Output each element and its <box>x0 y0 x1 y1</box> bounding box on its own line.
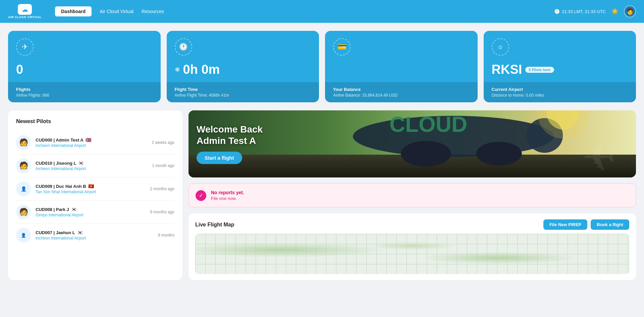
pilot-item-cud008: 🧑 CUD008 | Park J 🇰🇷 Gimpo International… <box>16 201 174 224</box>
pilot-item-cud007: 👤 CUD007 | Jaehun L 🇰🇷 Incheon Internati… <box>16 224 174 247</box>
flight-time-icon-wrap: 🕐 <box>175 38 192 56</box>
start-flight-button[interactable]: Start a flight <box>197 152 242 164</box>
balance-label: Your Balance <box>333 87 470 92</box>
pirep-subtitle[interactable]: File one now. <box>211 196 244 201</box>
pilot-airport-cud010: Incheon International Airport <box>36 166 147 171</box>
navbar: ☁ AIR CLOUD VIRTUAL Dashboard Air Cloud … <box>0 0 644 23</box>
pilot-avatar-cud000: 🧑 <box>16 135 31 150</box>
check-icon: ✓ <box>199 192 203 199</box>
pilot-time-cud008: 9 months ago <box>150 210 174 214</box>
pilot-info-cud000: CUD000 | Admin Test A 🇬🇧 Incheon Interna… <box>36 137 147 148</box>
pilot-avatar-cud010: 🧑 <box>16 158 31 173</box>
flight-time-value: ❄ 0h 0m <box>175 62 311 77</box>
pilot-flag-cud008: 🇰🇷 <box>71 207 77 212</box>
welcome-title: Welcome Back Admin Test A <box>197 124 263 146</box>
clock-card-icon: 🕐 <box>179 43 188 51</box>
pilot-time-cud010: 1 month ago <box>152 163 174 168</box>
airport-label: Current Airport <box>492 87 628 92</box>
welcome-banner: CLOUD Welcome Back Admin Test A Start a … <box>189 110 636 177</box>
pilot-time-cud000: 2 weeks ago <box>152 140 174 145</box>
pilot-name-cud008: CUD008 | Park J 🇰🇷 <box>36 207 145 212</box>
flight-map-header: Live Flight Map File New PIREP Book a fl… <box>195 219 629 230</box>
airport-sublabel: Distance to Home: 0.00 miles <box>492 93 628 98</box>
time-label: 21:33 LMT, 21:33 UTC <box>562 9 606 14</box>
pilot-info-cud008: CUD008 | Park J 🇰🇷 Gimpo International A… <box>36 207 145 217</box>
lower-section: Newest Pilots 🧑 CUD000 | Admin Test A 🇬🇧… <box>8 110 636 280</box>
flight-map-section: Live Flight Map File New PIREP Book a fl… <box>189 213 636 280</box>
pilot-time-cud007: 9 months <box>158 233 174 237</box>
pilot-avatar-cud007: 👤 <box>16 228 31 243</box>
nav-dashboard-button[interactable]: Dashboard <box>55 6 92 16</box>
flights-label: Flights <box>16 87 153 92</box>
right-panel: CLOUD Welcome Back Admin Test A Start a … <box>189 110 636 280</box>
weather-icon: ☀️ <box>611 8 619 15</box>
plane-icon: ✈ <box>22 43 28 51</box>
pilot-airport-cud000: Incheon International Airport <box>36 143 147 148</box>
pilot-item-cud010: 🧑 CUD010 | Jiseong L 🇰🇷 Incheon Internat… <box>16 154 174 177</box>
balance-icon-wrap: 💳 <box>333 38 351 56</box>
pilot-airport-cud007: Incheon International Airport <box>36 236 153 241</box>
pirep-text: No reports yet. File one now. <box>211 190 244 201</box>
user-avatar[interactable]: 🧑 <box>624 5 636 17</box>
pilot-flag-cud007: 🇰🇷 <box>77 230 83 235</box>
pilots-panel: Newest Pilots 🧑 CUD000 | Admin Test A 🇬🇧… <box>8 110 182 280</box>
logo: ☁ AIR CLOUD VIRTUAL <box>8 4 42 19</box>
pilot-item-cud000: 🧑 CUD000 | Admin Test A 🇬🇧 Incheon Inter… <box>16 131 174 154</box>
logo-text: AIR CLOUD VIRTUAL <box>8 15 42 19</box>
clock-icon: 🕙 <box>554 9 560 14</box>
pilots-title: Newest Pilots <box>16 118 174 124</box>
pirep-notice: ✓ No reports yet. File one now. <box>189 183 636 207</box>
flight-time-label: Flight Time <box>175 87 311 92</box>
location-icon: ⊙ <box>498 44 502 50</box>
stat-card-balance: 💳 Your Balance Airline Balance: 33,864,8… <box>325 31 478 102</box>
stat-card-flight-time: 🕐 ❄ 0h 0m Flight Time Airline Flight Tim… <box>167 31 319 102</box>
pilot-item-cud009: 👤 CUD009 | Duc Hai Anh B 🇻🇳 Tan Son Nhat… <box>16 177 174 201</box>
card-icon: 💳 <box>337 43 346 51</box>
flight-map-actions: File New PIREP Book a flight <box>543 219 629 230</box>
balance-sublabel: Airline Balance: 33,864,814.49 USD <box>333 93 470 98</box>
pilot-time-cud009: 2 months ago <box>150 187 174 191</box>
map-land <box>195 234 629 274</box>
pilot-info-cud010: CUD010 | Jiseong L 🇰🇷 Incheon Internatio… <box>36 160 147 171</box>
nav-time: 🕙 21:33 LMT, 21:33 UTC <box>554 9 606 14</box>
file-new-pirep-button[interactable]: File New PIREP <box>543 219 587 230</box>
stat-card-flights: ✈ 0 Flights Airline Flights: 666 <box>8 31 161 102</box>
pilot-avatar-cud009: 👤 <box>16 181 31 196</box>
pilot-airport-cud008: Gimpo International Airport <box>36 213 145 217</box>
welcome-content: Welcome Back Admin Test A Start a flight <box>197 124 263 164</box>
nav-air-cloud-link[interactable]: Air Cloud Virtual <box>100 9 133 14</box>
pilot-name-cud010: CUD010 | Jiseong L 🇰🇷 <box>36 160 147 166</box>
flight-time-sublabel: Airline Flight Time: 4068h 41m <box>175 93 311 98</box>
pilot-flag-cud000: 🇬🇧 <box>86 137 91 143</box>
pilot-flag-cud009: 🇻🇳 <box>88 183 94 189</box>
pilot-info-cud009: CUD009 | Duc Hai Anh B 🇻🇳 Tan Son Nhat I… <box>36 183 145 194</box>
svg-point-5 <box>476 142 522 166</box>
pilot-name-cud009: CUD009 | Duc Hai Anh B 🇻🇳 <box>36 183 145 189</box>
svg-text:CLOUD: CLOUD <box>389 112 467 137</box>
pilots-badge: 5 Pilots here <box>525 67 554 73</box>
nav-resources-link[interactable]: Resources <box>142 9 164 14</box>
flights-value: 0 <box>16 62 153 77</box>
logo-icon: ☁ <box>18 4 32 15</box>
pilot-name-cud007: CUD007 | Jaehun L 🇰🇷 <box>36 230 153 235</box>
airport-value: RKSI 5 Pilots here <box>492 62 628 77</box>
flight-map-title: Live Flight Map <box>195 222 234 228</box>
stat-cards-grid: ✈ 0 Flights Airline Flights: 666 🕐 ❄ 0h … <box>8 31 636 102</box>
pirep-title: No reports yet. <box>211 190 244 195</box>
airport-icon-wrap: ⊙ <box>492 38 509 56</box>
pilot-avatar-cud008: 🧑 <box>16 205 31 219</box>
map-placeholder <box>195 234 629 274</box>
flights-icon-wrap: ✈ <box>16 38 34 56</box>
pirep-icon-wrap: ✓ <box>196 190 206 201</box>
stat-card-airport: ⊙ RKSI 5 Pilots here Current Airport Dis… <box>484 31 636 102</box>
pilot-name-cud000: CUD000 | Admin Test A 🇬🇧 <box>36 137 147 143</box>
pilot-airport-cud009: Tan Son Nhat International Airport <box>36 190 145 194</box>
main-content: ✈ 0 Flights Airline Flights: 666 🕐 ❄ 0h … <box>0 23 644 280</box>
nav-right: 🕙 21:33 LMT, 21:33 UTC ☀️ 🧑 <box>554 5 636 17</box>
svg-point-4 <box>401 141 451 166</box>
pilot-flag-cud010: 🇰🇷 <box>78 160 84 166</box>
flights-sublabel: Airline Flights: 666 <box>16 93 153 98</box>
snowflake-icon: ❄ <box>175 66 180 73</box>
pilot-info-cud007: CUD007 | Jaehun L 🇰🇷 Incheon Internation… <box>36 230 153 241</box>
book-flight-button[interactable]: Book a flight <box>591 219 629 230</box>
